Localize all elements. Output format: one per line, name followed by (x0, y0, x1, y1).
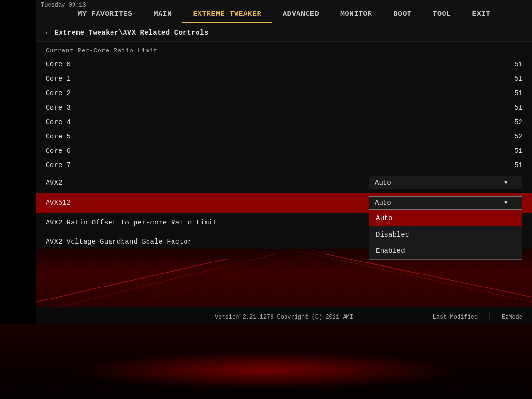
avx512-dropdown[interactable]: Auto ▼ (369, 196, 522, 210)
breadcrumb: ← Extreme Tweaker\AVX Related Controls (36, 24, 532, 42)
core2-label: Core 2 (46, 89, 484, 97)
settings-area: Current Per-Core Ratio Limit Core 0 51 C… (36, 42, 532, 254)
core1-value: 51 (484, 75, 522, 83)
core4-label: Core 4 (46, 118, 484, 126)
avx512-dropdown-menu: Auto Disabled Enabled (369, 210, 522, 260)
table-row: Core 0 51 (36, 57, 532, 72)
table-row: Core 7 51 (36, 158, 532, 173)
avx512-dropdown-container: Auto ▼ Auto Disabled Enabled (369, 196, 522, 210)
core4-value: 52 (484, 118, 522, 126)
table-row: Core 3 51 (36, 100, 532, 115)
avx2-label: AVX2 (46, 179, 369, 187)
svg-line-4 (132, 251, 324, 304)
table-row: Core 2 51 (36, 86, 532, 100)
nav-monitor[interactable]: Monitor (330, 6, 383, 23)
dropdown-option-disabled[interactable]: Disabled (369, 226, 522, 243)
footer-version: Version 2.21.1278 Copyright (C) 2021 AMI (215, 314, 353, 321)
bios-screen: Tuesday 09:13 My Favorites Main Extreme … (36, 0, 532, 327)
core0-label: Core 0 (46, 61, 484, 68)
last-modified-button[interactable]: Last Modified (433, 314, 478, 321)
avx2-dropdown-container: Auto ▼ (369, 176, 522, 189)
nav-exit[interactable]: Exit (462, 6, 501, 23)
footer-divider: | (487, 313, 492, 322)
dropdown-arrow-icon: ▼ (504, 179, 507, 186)
svg-line-1 (60, 254, 276, 307)
back-arrow-icon[interactable]: ← (46, 29, 49, 37)
avx2-dropdown-value: Auto (375, 179, 391, 187)
core3-label: Core 3 (46, 104, 484, 112)
nav-advanced[interactable]: Advanced (272, 6, 330, 23)
keyboard-glow (74, 351, 458, 389)
core5-label: Core 5 (46, 133, 484, 140)
svg-line-2 (324, 254, 532, 297)
core1-label: Core 1 (46, 75, 484, 83)
core6-label: Core 6 (46, 147, 484, 155)
dropdown-option-auto[interactable]: Auto (369, 210, 522, 226)
keyboard-area (0, 324, 532, 399)
nav-main[interactable]: Main (143, 6, 182, 23)
core0-value: 51 (484, 61, 522, 68)
footer: Version 2.21.1278 Copyright (C) 2021 AMI… (36, 307, 532, 327)
core5-value: 52 (484, 133, 522, 140)
core2-value: 51 (484, 89, 522, 97)
table-row: Core 1 51 (36, 72, 532, 86)
avx2-dropdown[interactable]: Auto ▼ (369, 176, 522, 189)
avx512-label: AVX512 (46, 199, 369, 207)
footer-actions: Last Modified | EzMode (433, 313, 522, 322)
nav-my-favorites[interactable]: My Favorites (67, 6, 143, 23)
core3-value: 51 (484, 104, 522, 112)
core7-label: Core 7 (46, 162, 484, 169)
table-row: Core 4 52 (36, 115, 532, 129)
dropdown-option-enabled[interactable]: Enabled (369, 243, 522, 259)
nav-extreme-tweaker[interactable]: Extreme Tweaker (182, 6, 272, 23)
avx512-dropdown-value: Auto (375, 199, 391, 207)
time-display: Tuesday 09:13 (41, 2, 86, 9)
ez-mode-button[interactable]: EzMode (502, 314, 522, 321)
nav-bar: Tuesday 09:13 My Favorites Main Extreme … (36, 0, 532, 24)
section-header: Current Per-Core Ratio Limit (36, 44, 532, 57)
avx2-row: AVX2 Auto ▼ (36, 173, 532, 193)
nav-boot[interactable]: Boot (383, 6, 422, 23)
avx512-row: AVX512 Auto ▼ Auto Disabled Enabled (36, 193, 532, 213)
table-row: Core 5 52 (36, 129, 532, 144)
table-row: Core 6 51 (36, 144, 532, 158)
nav-items: My Favorites Main Extreme Tweaker Advanc… (41, 6, 527, 23)
core6-value: 51 (484, 147, 522, 155)
nav-tool[interactable]: Tool (422, 6, 462, 23)
core7-value: 51 (484, 162, 522, 169)
breadcrumb-text: Extreme Tweaker\AVX Related Controls (54, 29, 208, 37)
svg-line-0 (36, 259, 228, 302)
dropdown-arrow-icon-2: ▼ (504, 200, 507, 206)
